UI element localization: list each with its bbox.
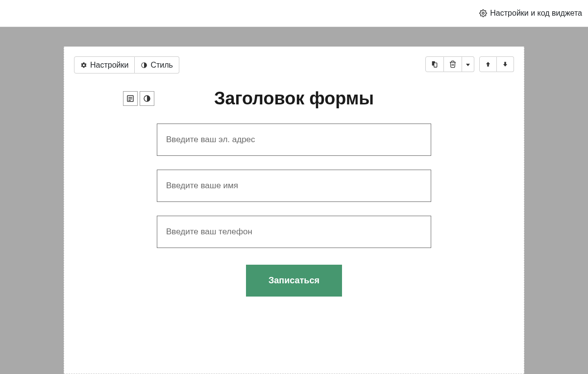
submit-button-label: Записаться xyxy=(269,275,319,285)
contrast-icon xyxy=(143,94,151,103)
form-icon xyxy=(126,94,135,103)
delete-button[interactable] xyxy=(444,56,462,72)
more-dropdown-button[interactable] xyxy=(462,56,474,72)
style-button-label: Стиль xyxy=(150,60,173,70)
email-field[interactable] xyxy=(157,124,431,156)
svg-rect-3 xyxy=(434,63,437,67)
caret-down-icon xyxy=(466,64,470,66)
gear-icon xyxy=(479,9,487,17)
toolbar-right xyxy=(425,56,514,72)
title-row: Заголовок формы xyxy=(74,88,514,109)
submit-button[interactable]: Записаться xyxy=(246,265,342,297)
toolbar-left: Настройки Стиль xyxy=(74,56,179,74)
copy-button[interactable] xyxy=(425,56,444,72)
title-mini-tools xyxy=(123,91,154,106)
trash-icon xyxy=(449,60,457,68)
edit-title-button[interactable] xyxy=(123,91,138,106)
move-down-button[interactable] xyxy=(497,56,514,72)
form-container: Заголовок формы Записаться xyxy=(74,88,514,297)
move-group xyxy=(479,56,514,72)
arrow-up-icon xyxy=(485,61,491,68)
copy-delete-group xyxy=(425,56,474,72)
gear-icon xyxy=(80,62,87,69)
style-button[interactable]: Стиль xyxy=(135,56,179,74)
widget-card: Настройки Стиль xyxy=(64,47,524,374)
name-field[interactable] xyxy=(157,170,431,202)
contrast-icon xyxy=(141,62,147,69)
widget-settings-label: Настройки и код виджета xyxy=(490,9,582,18)
canvas-area: Настройки Стиль xyxy=(0,27,588,374)
widget-toolbar: Настройки Стиль xyxy=(74,56,514,74)
settings-button[interactable]: Настройки xyxy=(74,56,135,74)
form-title[interactable]: Заголовок формы xyxy=(214,88,374,109)
widget-settings-link[interactable]: Настройки и код виджета xyxy=(479,9,582,18)
app-header: Настройки и код виджета xyxy=(0,0,588,27)
title-style-button[interactable] xyxy=(140,91,154,106)
settings-style-group: Настройки Стиль xyxy=(74,56,179,74)
phone-field[interactable] xyxy=(157,216,431,248)
move-up-button[interactable] xyxy=(479,56,497,72)
copy-icon xyxy=(431,60,439,68)
svg-point-0 xyxy=(482,12,484,14)
settings-button-label: Настройки xyxy=(90,60,128,70)
arrow-down-icon xyxy=(502,61,509,68)
